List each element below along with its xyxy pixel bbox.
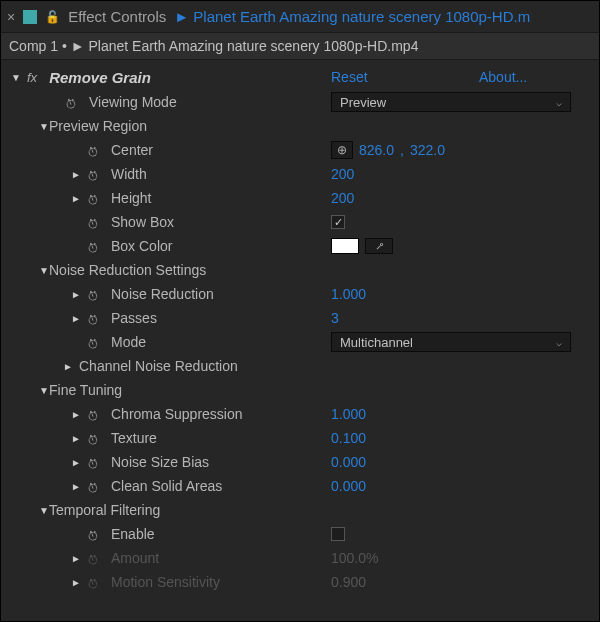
stopwatch-icon[interactable] <box>85 214 100 229</box>
lock-icon[interactable]: 🔓 <box>45 10 60 24</box>
effect-header[interactable]: fx Remove Grain Reset About... <box>1 64 599 90</box>
disclosure-triangle-icon[interactable] <box>39 505 49 516</box>
panel-clip-path[interactable]: ► Planet Earth Amazing nature scenery 10… <box>174 8 530 25</box>
texture-value[interactable]: 0.100 <box>331 430 366 446</box>
group-preview-region[interactable]: Preview Region <box>1 114 599 138</box>
mode-dropdown[interactable]: Multichannel ⌵ <box>331 332 571 352</box>
stopwatch-icon[interactable] <box>63 94 78 109</box>
center-y-value[interactable]: 322.0 <box>410 142 445 158</box>
point-target-button[interactable] <box>331 141 353 159</box>
group-channel-noise-reduction[interactable]: Channel Noise Reduction <box>1 354 599 378</box>
prop-passes: Passes 3 <box>1 306 599 330</box>
eyedropper-button[interactable] <box>365 238 393 254</box>
box-color-swatch[interactable] <box>331 238 359 254</box>
stopwatch-icon <box>85 550 100 565</box>
fx-badge[interactable]: fx <box>27 70 37 85</box>
breadcrumb-clip[interactable]: Planet Earth Amazing nature scenery 1080… <box>88 38 418 54</box>
chevron-down-icon: ⌵ <box>556 97 562 108</box>
prop-noise-reduction: Noise Reduction 1.000 <box>1 282 599 306</box>
stopwatch-icon[interactable] <box>85 526 100 541</box>
breadcrumb: Comp 1 • ► Planet Earth Amazing nature s… <box>1 33 599 60</box>
enable-checkbox[interactable] <box>331 527 345 541</box>
prop-texture: Texture 0.100 <box>1 426 599 450</box>
disclosure-triangle-icon[interactable] <box>71 481 81 492</box>
group-noise-reduction-settings[interactable]: Noise Reduction Settings <box>1 258 599 282</box>
disclosure-triangle-icon[interactable] <box>71 409 81 420</box>
prop-chroma-suppression: Chroma Suppression 1.000 <box>1 402 599 426</box>
prop-mode: Mode Multichannel ⌵ <box>1 330 599 354</box>
clean-solid-areas-value[interactable]: 0.000 <box>331 478 366 494</box>
disclosure-triangle-icon[interactable] <box>71 193 81 204</box>
stopwatch-icon[interactable] <box>85 166 100 181</box>
passes-value[interactable]: 3 <box>331 310 339 326</box>
show-box-checkbox[interactable] <box>331 215 345 229</box>
disclosure-triangle-icon <box>71 577 81 588</box>
height-value[interactable]: 200 <box>331 190 354 206</box>
prop-motion-sensitivity: Motion Sensitivity 0.900 <box>1 570 599 594</box>
disclosure-triangle-icon[interactable] <box>71 457 81 468</box>
prop-center: Center 826.0,322.0 <box>1 138 599 162</box>
breadcrumb-comp[interactable]: Comp 1 <box>9 38 58 54</box>
stopwatch-icon[interactable] <box>85 454 100 469</box>
stopwatch-icon[interactable] <box>85 142 100 157</box>
stopwatch-icon[interactable] <box>85 238 100 253</box>
disclosure-triangle-icon[interactable] <box>71 289 81 300</box>
stopwatch-icon[interactable] <box>85 406 100 421</box>
reset-button[interactable]: Reset <box>331 69 368 85</box>
noise-size-bias-value[interactable]: 0.000 <box>331 454 366 470</box>
panel-title: Effect Controls <box>68 8 166 25</box>
effect-properties: fx Remove Grain Reset About... Viewing M… <box>1 60 599 621</box>
prop-clean-solid-areas: Clean Solid Areas 0.000 <box>1 474 599 498</box>
close-icon[interactable]: × <box>7 9 15 25</box>
panel-tab-bar: × 🔓 Effect Controls ► Planet Earth Amazi… <box>1 1 599 33</box>
prop-amount: Amount 100.0% <box>1 546 599 570</box>
group-fine-tuning[interactable]: Fine Tuning <box>1 378 599 402</box>
prop-height: Height 200 <box>1 186 599 210</box>
prop-enable: Enable <box>1 522 599 546</box>
chroma-suppression-value[interactable]: 1.000 <box>331 406 366 422</box>
stopwatch-icon[interactable] <box>85 334 100 349</box>
disclosure-triangle-icon[interactable] <box>71 169 81 180</box>
disclosure-triangle-icon[interactable] <box>39 385 49 396</box>
stopwatch-icon[interactable] <box>85 190 100 205</box>
disclosure-triangle-icon[interactable] <box>39 265 49 276</box>
group-temporal-filtering[interactable]: Temporal Filtering <box>1 498 599 522</box>
stopwatch-icon[interactable] <box>85 286 100 301</box>
prop-noise-size-bias: Noise Size Bias 0.000 <box>1 450 599 474</box>
prop-viewing-mode: Viewing Mode Preview ⌵ <box>1 90 599 114</box>
disclosure-triangle-icon[interactable] <box>63 361 73 372</box>
effect-name: Remove Grain <box>49 69 151 86</box>
prop-show-box: Show Box <box>1 210 599 234</box>
prop-width: Width 200 <box>1 162 599 186</box>
prop-box-color: Box Color <box>1 234 599 258</box>
center-x-value[interactable]: 826.0 <box>359 142 394 158</box>
disclosure-triangle-icon[interactable] <box>71 313 81 324</box>
viewing-mode-dropdown[interactable]: Preview ⌵ <box>331 92 571 112</box>
amount-value: 100.0% <box>331 550 378 566</box>
disclosure-triangle-icon[interactable] <box>71 433 81 444</box>
disclosure-triangle-icon[interactable] <box>39 121 49 132</box>
label-color-swatch[interactable] <box>23 10 37 24</box>
disclosure-triangle-icon <box>71 553 81 564</box>
disclosure-triangle-icon[interactable] <box>11 72 21 83</box>
stopwatch-icon <box>85 574 100 589</box>
width-value[interactable]: 200 <box>331 166 354 182</box>
noise-reduction-value[interactable]: 1.000 <box>331 286 366 302</box>
stopwatch-icon[interactable] <box>85 430 100 445</box>
chevron-down-icon: ⌵ <box>556 337 562 348</box>
motion-sensitivity-value: 0.900 <box>331 574 366 590</box>
about-button[interactable]: About... <box>479 69 527 85</box>
stopwatch-icon[interactable] <box>85 310 100 325</box>
stopwatch-icon[interactable] <box>85 478 100 493</box>
